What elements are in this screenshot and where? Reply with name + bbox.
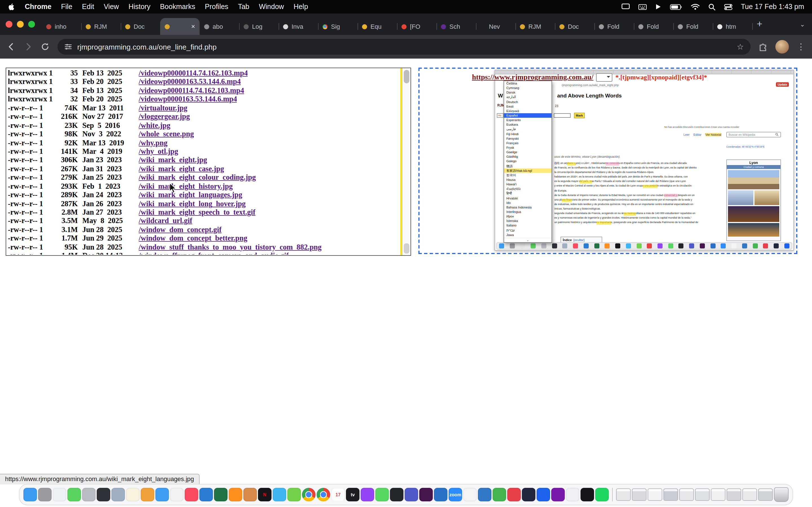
language-option[interactable]: Fiji Hindi (504, 131, 552, 136)
menubar-menu-item[interactable]: View (104, 3, 119, 11)
menubar-clock[interactable]: Tue 17 Feb 1:43 pm (741, 3, 804, 11)
language-option[interactable]: Gaeilge (504, 150, 552, 154)
browser-menu-icon[interactable]: ⋮ (797, 42, 805, 52)
wiki-search-box[interactable]: Buscar en Wikipedia (726, 132, 781, 137)
calendar-icon[interactable]: 17 (331, 488, 345, 501)
tab-search-chevron-icon[interactable]: ⌄ (796, 18, 809, 31)
mark-button[interactable]: Mark (574, 113, 585, 118)
language-option[interactable]: Interlingua (504, 210, 552, 214)
dock-window-thumbnail[interactable] (742, 489, 757, 501)
app-store-icon[interactable] (53, 488, 66, 501)
vscode-icon[interactable] (434, 488, 448, 501)
file-link[interactable]: /window_dom_concept.gif (139, 225, 221, 234)
dock-window-thumbnail[interactable] (695, 489, 710, 501)
language-option[interactable]: Gàidhlig (504, 155, 552, 159)
language-option[interactable]: Frysk (504, 145, 552, 150)
podcasts-icon[interactable] (361, 488, 374, 501)
zoom-window-button[interactable] (28, 21, 35, 27)
browser-tab[interactable]: × (160, 18, 200, 35)
file-link[interactable]: /wiki_mark_eight_colour_coding.jpg (139, 173, 256, 182)
wiki-coordinates[interactable]: Coordenadas: 45°45′32″N 4°50′29″E (726, 145, 765, 148)
bluetooth-settings-icon[interactable] (566, 488, 579, 501)
language-option[interactable]: Cymraeg (504, 86, 552, 90)
keyboard-icon[interactable] (638, 4, 647, 10)
language-option[interactable]: Deutsch (504, 100, 552, 104)
onenote-icon[interactable] (551, 488, 565, 501)
dock-window-thumbnail[interactable] (648, 489, 662, 501)
arc-icon[interactable] (522, 488, 536, 501)
netflix-icon[interactable]: N (258, 488, 271, 501)
menubar-menu-item[interactable]: History (129, 3, 151, 11)
menubar-menu-item[interactable]: File (61, 3, 72, 11)
file-link[interactable]: /wiki_mark_eight_long_hover.jpg (139, 199, 246, 208)
browser-tab[interactable]: [FO × (397, 18, 437, 35)
system-settings-icon[interactable] (38, 488, 52, 501)
browser-tab[interactable]: Sch × (437, 18, 476, 35)
apple-menu-icon[interactable] (8, 3, 15, 11)
file-link[interactable]: /virtualtour.jpg (139, 104, 188, 113)
terminal-icon[interactable] (97, 488, 110, 501)
tab-close-icon[interactable]: × (191, 23, 195, 30)
word-icon[interactable] (199, 488, 213, 501)
xcode-icon[interactable] (478, 488, 492, 501)
file-link[interactable]: /wiki_mark_eight.jpg (139, 156, 207, 165)
browser-tab[interactable]: inho × (42, 18, 81, 35)
file-link[interactable]: /wildcard_url.gif (139, 217, 192, 226)
bookmark-star-icon[interactable]: ☆ (737, 42, 744, 51)
file-link[interactable]: /whole_scene.png (139, 129, 194, 138)
menubar-app-name[interactable]: Chrome (25, 3, 51, 11)
browser-tab[interactable]: Doc × (555, 18, 594, 35)
reminders-icon[interactable] (170, 488, 184, 501)
maps-icon[interactable] (287, 488, 301, 501)
file-link[interactable]: /wiki_mark_eight_history.jpg (139, 182, 233, 191)
url-text[interactable]: rjmprogramming.com.au/one_line_find.php (77, 43, 732, 51)
dock-window-thumbnail[interactable] (616, 489, 631, 501)
dock-window-thumbnail[interactable] (758, 489, 773, 501)
language-option[interactable]: Ido (504, 200, 552, 205)
scrollbar-thumb[interactable] (404, 70, 409, 83)
language-option[interactable]: Galego (504, 159, 552, 164)
file-link[interactable]: /wiki_mark_eight_languages.jpg (139, 190, 242, 200)
language-option[interactable]: Hawaiʻi (504, 182, 552, 186)
dropdown-scroll-chevron-icon[interactable]: ⌄ (504, 238, 552, 242)
language-option[interactable]: 한국어 (504, 173, 552, 177)
language-option[interactable]: Euskara (504, 122, 552, 127)
file-link[interactable]: /videowp00000114.74.162.103.mp4 (139, 69, 248, 78)
play-icon[interactable] (655, 3, 661, 10)
language-option[interactable]: Ελληνικά (504, 109, 552, 113)
photos-icon[interactable] (302, 488, 315, 501)
safari-icon[interactable] (273, 488, 286, 501)
battery-icon[interactable] (670, 4, 682, 10)
wiki-tab[interactable]: Leer (683, 133, 690, 136)
spotlight-icon[interactable] (708, 3, 716, 10)
back-button[interactable] (7, 42, 16, 51)
music-icon[interactable] (185, 488, 198, 501)
minimize-window-button[interactable] (17, 21, 24, 27)
language-option[interactable]: Bahasa Indonesia (504, 205, 552, 210)
menubar-menu-item[interactable]: Bookmarks (160, 3, 195, 11)
browser-tab[interactable]: abo × (200, 18, 239, 35)
dock-window-thumbnail[interactable] (632, 489, 647, 501)
trash-icon[interactable] (774, 487, 789, 502)
file-link[interactable]: /windows_ffmpeg_front_camera_and_audio.g… (139, 251, 289, 255)
apple-tv-icon[interactable]: tv (346, 488, 359, 501)
excel-icon[interactable] (214, 488, 227, 501)
inner-url-field[interactable]: http (497, 113, 504, 118)
whiteboard-icon[interactable] (463, 488, 477, 501)
file-link[interactable]: /window_dom_concept_better.png (139, 234, 247, 243)
browser-tab[interactable]: Inva × (278, 18, 318, 35)
menubar-menu-item[interactable]: Help (294, 3, 308, 11)
wifi-icon[interactable] (691, 3, 700, 10)
wiki-tab[interactable]: Editar (694, 133, 702, 136)
menubar-menu-item[interactable]: Tab (238, 3, 249, 11)
language-option[interactable]: Čeština (504, 81, 552, 86)
browser-tab[interactable]: Fold × (673, 18, 713, 35)
address-bar[interactable]: rjmprogramming.com.au/one_line_find.php … (57, 39, 751, 55)
wiki-user-links[interactable]: No has accedido Discusión Contribuciones… (664, 126, 739, 128)
language-select-collapsed[interactable] (596, 73, 613, 81)
spotify-icon[interactable] (595, 488, 609, 501)
language-option[interactable]: Français (504, 141, 552, 145)
browser-tab[interactable]: Fold × (594, 18, 634, 35)
file-link[interactable]: /wiki_mark_eight_speech_to_text.gif (139, 208, 255, 217)
language-option[interactable]: עברית (504, 228, 552, 232)
